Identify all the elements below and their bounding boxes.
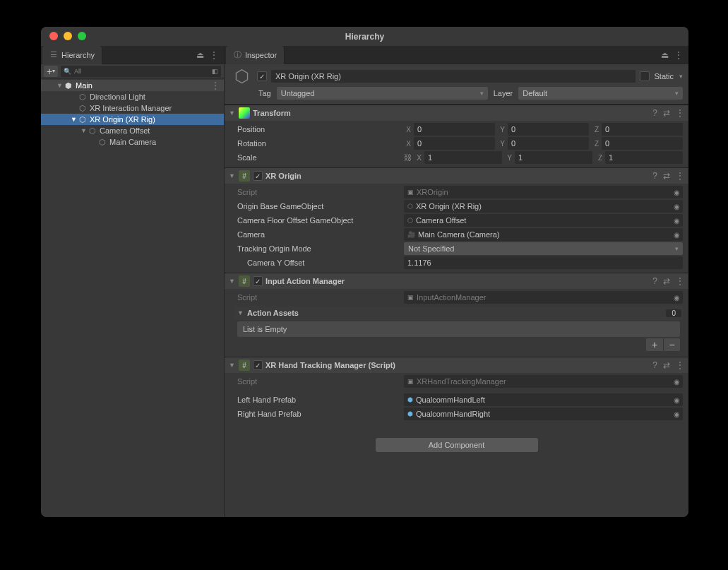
gameobject-icon	[97, 137, 107, 147]
static-dropdown-icon[interactable]: ▾	[679, 73, 683, 80]
expand-arrow-icon[interactable]: ▼	[56, 82, 64, 89]
maximize-window-button[interactable]	[78, 32, 86, 40]
hierarchy-search-input[interactable]: 🔍 All ◧	[61, 66, 221, 77]
add-component-button[interactable]: Add Component	[376, 438, 538, 452]
tree-label: Camera Offset	[100, 126, 150, 135]
hierarchy-tab[interactable]: ☰ Hierarchy	[42, 46, 102, 64]
constrain-proportions-icon[interactable]: ⛓	[404, 153, 412, 162]
close-window-button[interactable]	[49, 32, 58, 40]
xr-origin-header[interactable]: ▼ # ✓ XR Origin ? ⇄ ⋮	[225, 168, 688, 184]
position-x-field[interactable]: 0	[414, 123, 495, 136]
context-menu-icon[interactable]: ⋮	[674, 50, 683, 60]
context-menu-icon[interactable]: ⋮	[676, 276, 684, 286]
preset-icon[interactable]: ⇄	[663, 108, 670, 118]
tree-item-xr-origin[interactable]: ▼ XR Origin (XR Rig)	[41, 114, 224, 125]
action-assets-count[interactable]: 0	[666, 309, 681, 317]
hand-tracking-header[interactable]: ▼ # ✓ XR Hand Tracking Manager (Script) …	[225, 357, 688, 373]
foldout-arrow-icon[interactable]: ▼	[229, 109, 236, 117]
search-placeholder: All	[74, 68, 81, 75]
expand-arrow-icon[interactable]: ▼	[71, 116, 78, 123]
script-row: Script ▣InputActionManager◉	[234, 290, 683, 304]
object-picker-icon[interactable]: ◉	[674, 294, 680, 302]
lock-icon[interactable]: ⏏	[661, 50, 669, 60]
expand-arrow-icon[interactable]: ▼	[80, 127, 88, 134]
preset-icon[interactable]: ⇄	[663, 360, 670, 370]
left-hand-row: Left Hand Prefab ⬢QualcommHandLeft◉	[234, 393, 683, 407]
tree-scene-main[interactable]: ▼ Main ⋮	[41, 80, 224, 91]
floor-offset-field[interactable]: ⬡Camera Offset◉	[404, 214, 683, 227]
transform-header[interactable]: ▼ Transform ? ⇄ ⋮	[225, 105, 688, 121]
foldout-arrow-icon[interactable]: ▼	[229, 278, 236, 285]
context-menu-icon[interactable]: ⋮	[676, 360, 684, 370]
foldout-arrow-icon[interactable]: ▼	[229, 362, 236, 369]
lock-icon[interactable]: ⏏	[196, 50, 204, 60]
inspector-tab[interactable]: ⓘ Inspector	[226, 46, 285, 64]
minimize-window-button[interactable]	[64, 32, 72, 40]
rotation-z-field[interactable]: 0	[602, 137, 683, 150]
input-action-header[interactable]: ▼ # ✓ Input Action Manager ? ⇄ ⋮	[225, 273, 688, 289]
list-remove-button[interactable]: −	[663, 338, 680, 351]
titlebar[interactable]: Hierarchy	[41, 27, 688, 46]
gameobject-name-field[interactable]: XR Origin (XR Rig)	[271, 70, 635, 83]
component-controls: ? ⇄ ⋮	[652, 276, 684, 286]
scale-x-field[interactable]: 1	[424, 151, 502, 164]
position-y-field[interactable]: 0	[508, 123, 589, 136]
add-component-section: Add Component	[225, 424, 688, 466]
context-menu-icon[interactable]: ⋮	[210, 50, 218, 60]
preset-icon[interactable]: ⇄	[663, 171, 670, 181]
help-icon[interactable]: ?	[652, 171, 657, 181]
y-label: Y	[498, 126, 505, 133]
tracking-mode-dropdown[interactable]: Not Specified	[404, 242, 683, 255]
transform-title: Transform	[253, 109, 650, 117]
right-hand-field[interactable]: ⬢QualcommHandRight◉	[404, 408, 683, 420]
static-checkbox[interactable]	[640, 71, 650, 81]
scale-z-field[interactable]: 1	[605, 151, 683, 164]
position-z-field[interactable]: 0	[602, 123, 683, 136]
list-add-button[interactable]: +	[646, 338, 663, 351]
object-picker-icon[interactable]: ◉	[674, 396, 680, 404]
rotation-y-field[interactable]: 0	[508, 137, 589, 150]
tree-item-xr-interaction-manager[interactable]: XR Interaction Manager	[41, 102, 224, 114]
object-picker-icon[interactable]: ◉	[674, 378, 680, 386]
gameobject-icon	[78, 92, 88, 102]
help-icon[interactable]: ?	[652, 360, 657, 370]
left-hand-field[interactable]: ⬢QualcommHandLeft◉	[404, 393, 683, 406]
tree-item-camera-offset[interactable]: ▼ Camera Offset	[41, 125, 224, 136]
left-hand-label: Left Hand Prefab	[234, 396, 404, 404]
action-assets-header[interactable]: ▼ Action Assets 0	[234, 306, 683, 320]
rotation-x-field[interactable]: 0	[414, 137, 495, 150]
rotation-label: Rotation	[234, 139, 404, 148]
y-offset-field[interactable]: 1.1176	[404, 256, 683, 269]
search-filter-icon[interactable]: ◧	[212, 68, 218, 75]
create-gameobject-button[interactable]: +▾	[44, 66, 58, 77]
scale-y-field[interactable]: 1	[515, 151, 592, 164]
hierarchy-tree: ▼ Main ⋮ Directional Light XR Interactio…	[41, 78, 224, 148]
camera-field[interactable]: 🎥Main Camera (Camera)◉	[404, 228, 683, 241]
component-enabled-checkbox[interactable]: ✓	[253, 276, 263, 286]
foldout-arrow-icon[interactable]: ▼	[229, 172, 236, 179]
object-picker-icon[interactable]: ◉	[674, 231, 680, 239]
object-picker-icon[interactable]: ◉	[674, 217, 680, 225]
tag-dropdown[interactable]: Untagged	[277, 87, 488, 100]
help-icon[interactable]: ?	[652, 108, 657, 118]
tree-item-directional-light[interactable]: Directional Light	[41, 91, 224, 102]
context-menu-icon[interactable]: ⋮	[676, 171, 684, 181]
help-icon[interactable]: ?	[652, 276, 657, 286]
tree-item-main-camera[interactable]: Main Camera	[41, 136, 224, 148]
gameobject-large-icon[interactable]: ⬡	[230, 65, 253, 88]
context-menu-icon[interactable]: ⋮	[676, 108, 684, 118]
preset-icon[interactable]: ⇄	[663, 276, 670, 286]
scene-context-icon[interactable]: ⋮	[211, 81, 220, 90]
z-label: Z	[595, 154, 602, 162]
layer-dropdown[interactable]: Default	[518, 87, 683, 100]
object-picker-icon[interactable]: ◉	[674, 189, 680, 196]
foldout-arrow-icon[interactable]: ▼	[237, 309, 244, 316]
component-enabled-checkbox[interactable]: ✓	[253, 171, 263, 181]
component-enabled-checkbox[interactable]: ✓	[253, 360, 263, 370]
tree-label: Directional Light	[90, 93, 145, 101]
active-checkbox[interactable]: ✓	[257, 71, 267, 81]
inspector-panel: ⓘ Inspector ⏏ ⋮ ⬡ ✓ XR Origin (XR Rig) S…	[225, 46, 688, 517]
object-picker-icon[interactable]: ◉	[674, 203, 680, 210]
object-picker-icon[interactable]: ◉	[674, 410, 680, 418]
origin-base-field[interactable]: ⬡XR Origin (XR Rig)◉	[404, 200, 683, 213]
